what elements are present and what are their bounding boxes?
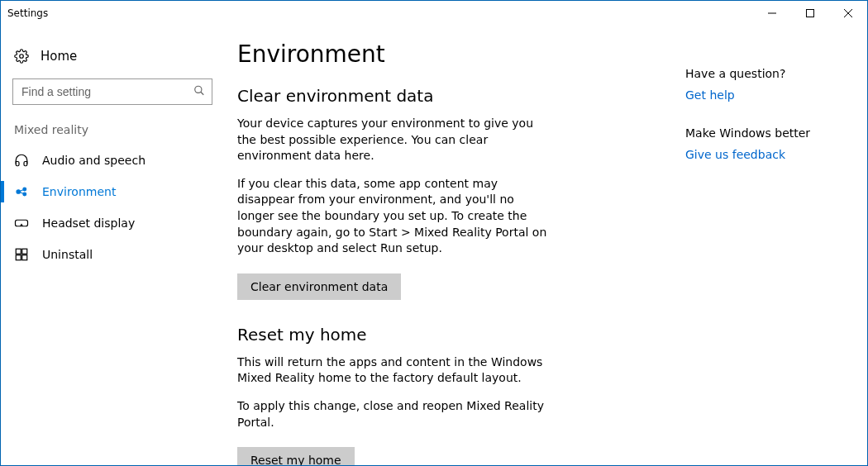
give-feedback-link[interactable]: Give us feedback bbox=[685, 148, 851, 161]
section-heading: Clear environment data bbox=[237, 86, 661, 106]
content-area: Home Mixed reality Audio and speech bbox=[1, 26, 867, 465]
search-icon bbox=[193, 85, 205, 99]
right-column: Have a question? Get help Make Windows b… bbox=[685, 26, 867, 465]
svg-rect-1 bbox=[807, 10, 814, 17]
svg-point-8 bbox=[23, 188, 26, 191]
section-text: Your device captures your environment to… bbox=[237, 116, 551, 164]
headset-icon bbox=[14, 216, 29, 231]
svg-line-11 bbox=[21, 193, 23, 194]
sidebar-item-headset-display[interactable]: Headset display bbox=[1, 207, 224, 239]
minimize-icon bbox=[768, 9, 776, 17]
sidebar-item-environment[interactable]: Environment bbox=[1, 176, 224, 207]
settings-window: Settings Home bbox=[0, 0, 868, 466]
section-text: To apply this change, close and reopen M… bbox=[237, 398, 551, 430]
environment-icon bbox=[14, 184, 29, 199]
svg-rect-15 bbox=[16, 255, 21, 260]
svg-line-6 bbox=[201, 92, 204, 95]
sidebar-nav: Audio and speech Environment Headset dis… bbox=[1, 145, 224, 270]
feedback-block: Make Windows better Give us feedback bbox=[685, 126, 851, 161]
minimize-button[interactable] bbox=[753, 1, 791, 26]
better-heading: Make Windows better bbox=[685, 126, 851, 140]
section-text: This will return the apps and content in… bbox=[237, 354, 551, 387]
window-title: Settings bbox=[7, 7, 48, 19]
svg-point-7 bbox=[17, 190, 21, 194]
uninstall-icon bbox=[14, 247, 29, 262]
svg-rect-14 bbox=[22, 249, 27, 254]
search-box[interactable] bbox=[12, 78, 212, 105]
svg-line-10 bbox=[21, 190, 23, 192]
page-title: Environment bbox=[237, 40, 661, 68]
get-help-link[interactable]: Get help bbox=[685, 88, 851, 102]
question-heading: Have a question? bbox=[685, 67, 851, 80]
close-button[interactable] bbox=[829, 1, 867, 26]
svg-rect-16 bbox=[22, 255, 27, 260]
gear-icon bbox=[14, 49, 29, 64]
sidebar-section-label: Mixed reality bbox=[1, 120, 224, 145]
section-reset-home: Reset my home This will return the apps … bbox=[237, 325, 661, 465]
search-input[interactable] bbox=[13, 79, 212, 104]
clear-environment-data-button[interactable]: Clear environment data bbox=[237, 273, 401, 300]
sidebar-item-audio-and-speech[interactable]: Audio and speech bbox=[1, 145, 224, 176]
maximize-icon bbox=[806, 9, 814, 17]
sidebar-item-label: Environment bbox=[42, 185, 116, 198]
svg-point-5 bbox=[195, 86, 202, 93]
reset-my-home-button[interactable]: Reset my home bbox=[237, 447, 355, 465]
titlebar: Settings bbox=[1, 1, 867, 26]
svg-rect-13 bbox=[16, 249, 21, 254]
sidebar-item-label: Uninstall bbox=[42, 248, 93, 261]
section-text: If you clear this data, some app content… bbox=[237, 176, 551, 257]
maximize-button[interactable] bbox=[791, 1, 829, 26]
question-block: Have a question? Get help bbox=[685, 67, 851, 102]
svg-point-4 bbox=[20, 55, 24, 59]
svg-rect-12 bbox=[16, 220, 28, 226]
sidebar-item-label: Audio and speech bbox=[42, 154, 145, 167]
search-container bbox=[1, 78, 224, 120]
home-label: Home bbox=[41, 49, 77, 64]
close-icon bbox=[844, 9, 852, 17]
svg-point-9 bbox=[23, 193, 26, 196]
main-content: Environment Clear environment data Your … bbox=[224, 26, 685, 465]
sidebar-item-label: Headset display bbox=[42, 216, 135, 230]
headphones-icon bbox=[14, 153, 29, 168]
sidebar: Home Mixed reality Audio and speech bbox=[1, 26, 224, 465]
section-clear-environment: Clear environment data Your device captu… bbox=[237, 86, 661, 325]
window-controls bbox=[753, 1, 867, 26]
section-heading: Reset my home bbox=[237, 325, 661, 345]
home-nav[interactable]: Home bbox=[1, 42, 224, 70]
sidebar-item-uninstall[interactable]: Uninstall bbox=[1, 239, 224, 270]
